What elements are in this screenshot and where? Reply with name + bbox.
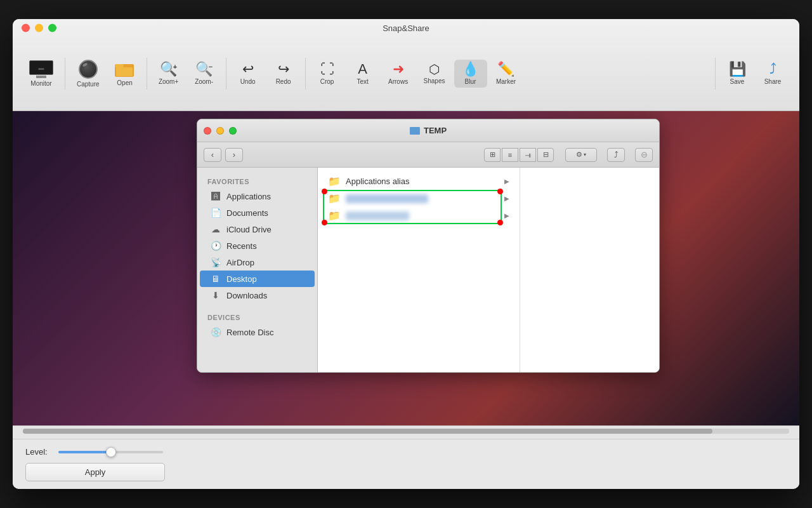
monitor-tool[interactable]: ▬ Monitor bbox=[23, 58, 60, 90]
finder-view-buttons: ⊞ ≡ ⫣ ⊟ bbox=[484, 148, 554, 162]
blurred-text-2 bbox=[346, 211, 409, 220]
sidebar-downloads-label: Downloads bbox=[226, 291, 267, 300]
separator-4 bbox=[305, 58, 306, 90]
redo-icon bbox=[278, 62, 289, 76]
finder-item-arrow-2: ▶ bbox=[504, 195, 509, 202]
capture-icon bbox=[79, 60, 98, 79]
marker-tool[interactable]: ✏️ Marker bbox=[490, 60, 523, 88]
svg-rect-2 bbox=[116, 67, 133, 76]
zoom-plus-icon: 🔍+ bbox=[160, 62, 177, 76]
blur-tool[interactable]: 💧 Blur bbox=[454, 60, 487, 88]
sidebar-applications-label: Applications bbox=[226, 192, 271, 201]
sidebar-item-applications[interactable]: 🅰 Applications bbox=[200, 188, 315, 204]
title-bar: Snap&Share ▬ Monitor Capture bbox=[13, 19, 799, 111]
sidebar-item-icloud[interactable]: ☁ iCloud Drive bbox=[200, 221, 315, 237]
text-icon: A bbox=[358, 62, 367, 76]
finder-coverflow-btn[interactable]: ⊟ bbox=[537, 148, 554, 162]
level-slider-container[interactable] bbox=[58, 451, 163, 453]
finder-window[interactable]: TEMP ‹ › ⊞ ≡ ⫣ ⊟ ⚙ bbox=[197, 119, 660, 373]
zoom-minus-icon: 🔍− bbox=[195, 62, 213, 76]
downloads-icon: ⬇ bbox=[210, 290, 221, 300]
main-content: TEMP ‹ › ⊞ ≡ ⫣ ⊟ ⚙ bbox=[13, 111, 799, 489]
remote-disc-icon: 💿 bbox=[210, 327, 221, 337]
sidebar-recents-label: Recents bbox=[226, 241, 257, 251]
undo-icon bbox=[242, 62, 254, 76]
finder-icon-view-btn[interactable]: ⊞ bbox=[484, 148, 501, 162]
finder-list-view-btn[interactable]: ≡ bbox=[502, 148, 518, 162]
share-icon: ⤴ bbox=[769, 62, 776, 76]
toolbar: ▬ Monitor Capture Open bbox=[13, 37, 799, 110]
blurred-folder-icon-1: 📁 bbox=[328, 192, 341, 204]
crop-label: Crop bbox=[320, 78, 334, 85]
sidebar-remote-disc-label: Remote Disc bbox=[226, 328, 273, 337]
sidebar-item-downloads[interactable]: ⬇ Downloads bbox=[200, 287, 315, 304]
text-tool[interactable]: A Text bbox=[346, 60, 379, 88]
horizontal-scrollbar[interactable] bbox=[23, 429, 789, 434]
save-tool[interactable]: 💾 Save bbox=[721, 60, 754, 88]
title-bar-top: Snap&Share bbox=[13, 19, 799, 37]
zoom-plus-label: Zoom+ bbox=[159, 78, 178, 85]
scrollbar-thumb[interactable] bbox=[23, 429, 712, 434]
finder-back-btn[interactable]: ‹ bbox=[204, 148, 221, 162]
sidebar-item-recents[interactable]: 🕐 Recents bbox=[200, 237, 315, 254]
blur-label: Blur bbox=[465, 78, 476, 85]
finder-item-applications-alias-label: Applications alias bbox=[346, 177, 409, 186]
zoom-minus-tool[interactable]: 🔍− Zoom- bbox=[188, 60, 221, 88]
sidebar-item-remote-disc[interactable]: 💿 Remote Disc bbox=[200, 324, 315, 340]
documents-icon: 📄 bbox=[210, 208, 221, 218]
finder-forward-btn[interactable]: › bbox=[225, 148, 243, 162]
close-button[interactable] bbox=[22, 24, 30, 32]
crop-tool[interactable]: ⛶ Crop bbox=[311, 60, 344, 88]
blurred-folder-icon-2: 📁 bbox=[328, 210, 341, 222]
finder-share-btn[interactable]: ⤴ bbox=[607, 148, 625, 162]
share-label: Share bbox=[764, 78, 782, 85]
arrows-tool[interactable]: ➜ Arrows bbox=[382, 60, 415, 88]
minimize-button[interactable] bbox=[35, 24, 43, 32]
sidebar-item-documents[interactable]: 📄 Documents bbox=[200, 204, 315, 221]
share-upload-icon: ⤴ bbox=[614, 150, 619, 159]
open-tool[interactable]: Open bbox=[108, 58, 141, 89]
gear-icon: ⚙ bbox=[576, 150, 582, 159]
scrollbar-area[interactable] bbox=[13, 425, 799, 439]
arrows-icon: ➜ bbox=[393, 62, 404, 76]
recents-icon: 🕐 bbox=[210, 241, 221, 251]
share-tool[interactable]: ⤴ Share bbox=[756, 60, 789, 88]
finder-tag-btn[interactable]: ⊖ bbox=[635, 148, 653, 162]
finder-item-applications-alias[interactable]: 📁 Applications alias ▶ bbox=[323, 173, 514, 190]
finder-min-btn[interactable] bbox=[216, 127, 224, 135]
shapes-tool[interactable]: ⬡ Shapes bbox=[417, 60, 452, 87]
level-slider[interactable] bbox=[58, 451, 163, 453]
capture-tool[interactable]: Capture bbox=[70, 57, 106, 90]
applications-icon: 🅰 bbox=[210, 191, 221, 201]
slider-thumb[interactable] bbox=[106, 447, 116, 457]
desktop-icon: 🖥 bbox=[210, 274, 221, 284]
finder-max-btn[interactable] bbox=[229, 127, 237, 135]
redo-tool[interactable]: Redo bbox=[267, 60, 300, 88]
separator-5 bbox=[715, 58, 716, 90]
monitor-icon: ▬ bbox=[29, 60, 53, 78]
undo-tool[interactable]: Undo bbox=[232, 60, 265, 88]
marker-label: Marker bbox=[496, 78, 516, 85]
redo-label: Redo bbox=[276, 78, 291, 85]
finder-item-blurred-1[interactable]: 📁 ▶ bbox=[323, 190, 514, 207]
app-title: Snap&Share bbox=[383, 23, 429, 33]
sidebar-item-desktop[interactable]: 🖥 Desktop bbox=[200, 271, 315, 287]
folder-icon bbox=[115, 61, 135, 77]
zoom-plus-tool[interactable]: 🔍+ Zoom+ bbox=[152, 60, 185, 88]
finder-item-blurred-2[interactable]: 📁 ▶ bbox=[323, 207, 514, 224]
save-icon: 💾 bbox=[729, 62, 746, 76]
finder-close-btn[interactable] bbox=[204, 127, 211, 135]
sidebar-documents-label: Documents bbox=[226, 208, 268, 218]
window-controls bbox=[22, 24, 56, 32]
sidebar-desktop-label: Desktop bbox=[226, 274, 257, 284]
sidebar-item-airdrop[interactable]: 📡 AirDrop bbox=[200, 254, 315, 271]
finder-toolbar: ‹ › ⊞ ≡ ⫣ ⊟ ⚙ ▾ ⤴ bbox=[197, 142, 659, 168]
finder-gear-btn[interactable]: ⚙ ▾ bbox=[565, 148, 597, 162]
crop-icon: ⛶ bbox=[320, 62, 334, 76]
finder-column-view-btn[interactable]: ⫣ bbox=[520, 148, 536, 162]
apply-button[interactable]: Apply bbox=[25, 463, 165, 481]
shapes-icon: ⬡ bbox=[429, 63, 440, 76]
maximize-button[interactable] bbox=[48, 24, 56, 32]
alias-folder-icon: 📁 bbox=[328, 175, 341, 187]
bottom-panel: Level: Apply bbox=[13, 439, 799, 489]
